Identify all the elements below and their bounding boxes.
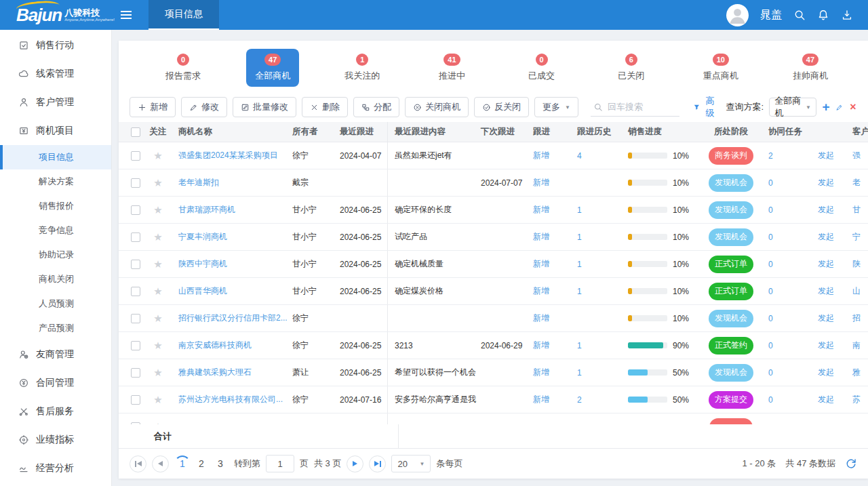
sidebar-item[interactable]: 商机项目 [0,117,111,145]
favorite-star-icon[interactable]: ★ [153,312,162,325]
username[interactable]: 晁盖 [760,8,782,22]
follow-add-link[interactable]: 新增 [533,150,549,161]
advanced-search-link[interactable]: 高级 [706,95,719,119]
sidebar-item[interactable]: 线索管理 [0,60,111,88]
opportunity-name-link[interactable]: 甘肃瑞源环商机 [178,204,235,216]
menu-toggle-icon[interactable] [112,11,140,19]
task-count-link[interactable]: 0 [768,314,773,323]
status-tab[interactable]: 1 我关注的 [336,49,389,87]
opportunity-name-link[interactable]: 陕西中宇商机 [178,258,227,270]
task-create-link[interactable]: 发起 [818,177,834,188]
task-count-link[interactable]: 0 [768,287,773,296]
task-create-link[interactable]: 发起 [818,231,834,243]
favorite-star-icon[interactable]: ★ [153,177,162,189]
task-count-link[interactable]: 2 [768,151,773,161]
follow-add-link[interactable]: 新增 [533,258,549,270]
search-icon[interactable] [793,9,806,21]
toolbar-button[interactable]: 新增 [130,97,176,117]
refresh-icon[interactable] [845,458,857,470]
follow-history-link[interactable]: 4 [577,151,582,161]
query-scheme-select[interactable]: 全部商机 ▼ [769,98,816,117]
last-page-button[interactable] [369,455,386,472]
follow-add-link[interactable]: 新增 [533,285,549,297]
sidebar-item[interactable]: 人员预测 [0,291,111,316]
sidebar-item[interactable]: 客户管理 [0,88,111,117]
select-all-checkbox[interactable] [131,127,140,137]
avatar[interactable] [726,4,749,26]
task-count-link[interactable]: 0 [768,205,773,215]
task-create-link[interactable]: 发起 [818,367,834,378]
prev-page-button[interactable] [152,455,169,472]
favorite-star-icon[interactable]: ★ [153,285,162,298]
favorite-star-icon[interactable]: ★ [153,150,162,162]
row-checkbox[interactable] [131,341,140,350]
follow-add-link[interactable]: 新增 [533,204,549,216]
sidebar-item[interactable]: 竞争信息 [0,218,111,243]
task-count-link[interactable]: 0 [768,341,773,350]
row-checkbox[interactable] [131,395,140,405]
opportunity-name-link[interactable]: 强盛集团2024某某采购项目 [178,150,278,161]
opportunity-name-link[interactable]: 南京安威德科技商机 [178,340,252,351]
follow-history-link[interactable]: 2 [577,395,582,405]
row-checkbox[interactable] [131,151,140,161]
search-input[interactable]: 回车搜索 [591,98,679,117]
favorite-star-icon[interactable]: ★ [153,340,162,352]
toolbar-button[interactable]: 修改 [181,97,227,117]
opportunity-name-link[interactable]: 苏州达方光电科技有限公司... [178,394,283,405]
tab-project-info[interactable]: 项目信息 [149,0,219,30]
delete-scheme-icon[interactable]: × [849,101,857,113]
task-create-link[interactable]: 发起 [818,312,834,324]
row-checkbox[interactable] [131,205,140,215]
task-count-link[interactable]: 0 [768,178,773,188]
row-checkbox[interactable] [131,368,140,378]
row-checkbox[interactable] [131,232,140,242]
page-number[interactable]: 3 [212,455,229,472]
goto-page-input[interactable]: 1 [266,455,294,472]
download-icon[interactable] [841,9,853,21]
follow-history-link[interactable]: 1 [577,341,582,350]
follow-add-link[interactable]: 新增 [533,340,549,351]
sidebar-item[interactable]: 解决方案 [0,169,111,194]
opportunity-name-link[interactable]: 山西晋华商机 [178,285,227,297]
task-count-link[interactable]: 0 [768,232,773,242]
task-create-link[interactable]: 发起 [818,394,834,405]
follow-history-link[interactable]: 1 [577,287,582,296]
task-count-link[interactable]: 0 [768,368,773,378]
row-checkbox[interactable] [131,314,140,323]
task-count-link[interactable]: 0 [768,260,773,269]
sidebar-item[interactable]: 协助记录 [0,243,111,267]
more-button[interactable]: 更多 ▼ [534,97,578,117]
favorite-star-icon[interactable]: ★ [153,258,162,270]
status-tab[interactable]: 6 已关闭 [605,49,658,87]
status-tab[interactable]: 0 已成交 [515,49,568,87]
opportunity-name-link[interactable]: 招行银行武汉分行信用卡部2... [178,312,287,324]
sidebar-item[interactable]: 售后服务 [0,397,111,426]
follow-add-link[interactable]: 新增 [533,394,549,405]
task-create-link[interactable]: 发起 [818,285,834,297]
toolbar-button[interactable]: 分配 [353,97,399,117]
favorite-star-icon[interactable]: ★ [153,367,162,379]
page-size-select[interactable]: 20 ▼ [391,455,431,472]
sidebar-item[interactable]: 合同管理 [0,369,111,397]
sidebar-item[interactable]: 业绩指标 [0,426,111,454]
sidebar-item[interactable]: 产品预测 [0,316,111,340]
favorite-star-icon[interactable]: ★ [153,204,162,216]
toolbar-button[interactable]: 关闭商机 [405,97,469,117]
sidebar-item[interactable]: 项目信息 [0,145,111,169]
opportunity-name-link[interactable]: 老年迪斯扣 [178,177,219,188]
follow-add-link[interactable]: 新增 [533,231,549,243]
add-scheme-icon[interactable]: + [822,100,830,115]
first-page-button[interactable] [130,455,146,472]
status-tab[interactable]: 47 全部商机 [246,49,299,87]
page-number[interactable]: 2 [193,455,210,472]
row-checkbox[interactable] [131,178,140,188]
follow-history-link[interactable]: 1 [577,232,582,242]
task-create-link[interactable]: 发起 [818,258,834,270]
follow-history-link[interactable]: 1 [577,205,582,215]
status-tab[interactable]: 41 推进中 [425,49,478,87]
task-create-link[interactable]: 发起 [818,340,834,351]
favorite-star-icon[interactable]: ★ [153,394,162,406]
follow-history-link[interactable]: 1 [577,368,582,378]
sidebar-item[interactable]: 销售报价 [0,194,111,218]
task-create-link[interactable]: 发起 [818,204,834,216]
